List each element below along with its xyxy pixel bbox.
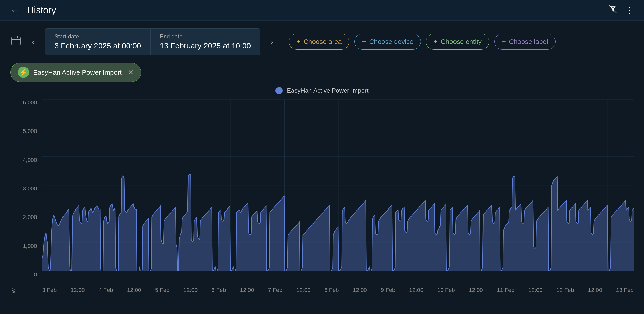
controls-bar: ‹ Start date 3 February 2025 at 00:00 En… [0, 21, 644, 63]
x-label-12-4: 12:00 [240, 287, 254, 293]
active-entity-chip[interactable]: ⚡ EasyHan Active Power Import ✕ [10, 63, 141, 82]
x-label-12-6: 12:00 [353, 287, 367, 293]
app-header: ← History ⋮ [0, 0, 644, 21]
prev-period-button[interactable]: ‹ [29, 34, 37, 49]
x-label-12-10: 12:00 [588, 287, 602, 293]
y-0: 0 [34, 271, 37, 278]
x-label-9feb: 9 Feb [381, 287, 395, 293]
filter-chips: + Choose area + Choose device + Choose e… [289, 34, 556, 50]
add-icon: + [296, 38, 300, 46]
x-axis: 3 Feb 12:00 4 Feb 12:00 5 Feb 12:00 6 Fe… [42, 285, 634, 293]
entity-lightning-icon: ⚡ [18, 67, 29, 78]
y-axis: 6,000 5,000 4,000 3,000 2,000 1,000 0 [19, 99, 42, 293]
add-icon: + [502, 38, 506, 46]
x-label-12-5: 12:00 [296, 287, 310, 293]
y-4000: 4,000 [23, 157, 37, 163]
start-date-value: 3 February 2025 at 00:00 [55, 41, 141, 50]
x-label-12-3: 12:00 [183, 287, 198, 293]
page-title: History [27, 5, 608, 16]
y-6000: 6,000 [23, 99, 37, 106]
active-chips-row: ⚡ EasyHan Active Power Import ✕ [0, 63, 644, 87]
x-label-12-1: 12:00 [70, 287, 85, 293]
next-period-button[interactable]: › [268, 34, 276, 49]
chart-wrapper: W 6,000 5,000 4,000 3,000 2,000 1,000 0 [10, 99, 634, 293]
chart-area-fill [42, 174, 634, 272]
chip-device-label: Choose device [369, 38, 413, 46]
choose-device-chip[interactable]: + Choose device [354, 34, 421, 50]
filter-clear-icon[interactable] [608, 4, 618, 16]
x-label-7feb: 7 Feb [268, 287, 282, 293]
end-date-label: End date [160, 33, 251, 40]
active-entity-name: EasyHan Active Power Import [33, 68, 122, 76]
x-label-12feb: 12 Feb [557, 287, 574, 293]
x-label-5feb: 5 Feb [155, 287, 169, 293]
add-icon: + [362, 38, 366, 46]
chart-legend: EasyHan Active Power Import [10, 87, 634, 94]
date-range-selector[interactable]: Start date 3 February 2025 at 00:00 End … [45, 28, 261, 55]
x-label-10feb: 10 Feb [437, 287, 455, 293]
start-date-section[interactable]: Start date 3 February 2025 at 00:00 [45, 29, 150, 55]
back-button[interactable]: ← [10, 5, 20, 16]
legend-label: EasyHan Active Power Import [287, 87, 368, 94]
y-2000: 2,000 [23, 214, 37, 221]
x-label-12-2: 12:00 [127, 287, 141, 293]
chip-entity-label: Choose entity [441, 38, 482, 46]
y-3000: 3,000 [23, 185, 37, 192]
start-date-label: Start date [55, 33, 141, 40]
more-menu-icon[interactable]: ⋮ [625, 5, 634, 15]
choose-label-chip[interactable]: + Choose label [494, 34, 556, 50]
header-actions: ⋮ [608, 4, 634, 16]
power-chart-svg [42, 99, 634, 285]
x-label-12-7: 12:00 [409, 287, 423, 293]
x-label-12-8: 12:00 [469, 287, 483, 293]
end-date-section[interactable]: End date 13 February 2025 at 10:00 [151, 29, 260, 55]
y-axis-unit: W [10, 99, 17, 293]
x-label-3feb: 3 Feb [42, 287, 57, 293]
choose-area-chip[interactable]: + Choose area [289, 34, 349, 50]
x-label-6feb: 6 Feb [211, 287, 226, 293]
calendar-icon[interactable] [10, 35, 22, 49]
add-icon: + [433, 38, 437, 46]
x-label-12-9: 12:00 [528, 287, 542, 293]
y-5000: 5,000 [23, 128, 37, 135]
x-label-13feb: 13 Feb [616, 287, 634, 293]
chip-label-label: Choose label [509, 38, 548, 46]
x-label-8feb: 8 Feb [324, 287, 339, 293]
choose-entity-chip[interactable]: + Choose entity [426, 34, 489, 50]
remove-entity-button[interactable]: ✕ [128, 68, 134, 77]
legend-color-dot [275, 87, 283, 94]
y-1000: 1,000 [23, 243, 37, 249]
chart-area: 3 Feb 12:00 4 Feb 12:00 5 Feb 12:00 6 Fe… [42, 99, 634, 293]
x-label-11feb: 11 Feb [497, 287, 515, 293]
x-label-4feb: 4 Feb [99, 287, 113, 293]
end-date-value: 13 February 2025 at 10:00 [160, 41, 251, 50]
svg-rect-0 [12, 37, 20, 45]
chip-area-label: Choose area [303, 38, 342, 46]
chart-container: EasyHan Active Power Import W 6,000 5,00… [0, 87, 644, 293]
